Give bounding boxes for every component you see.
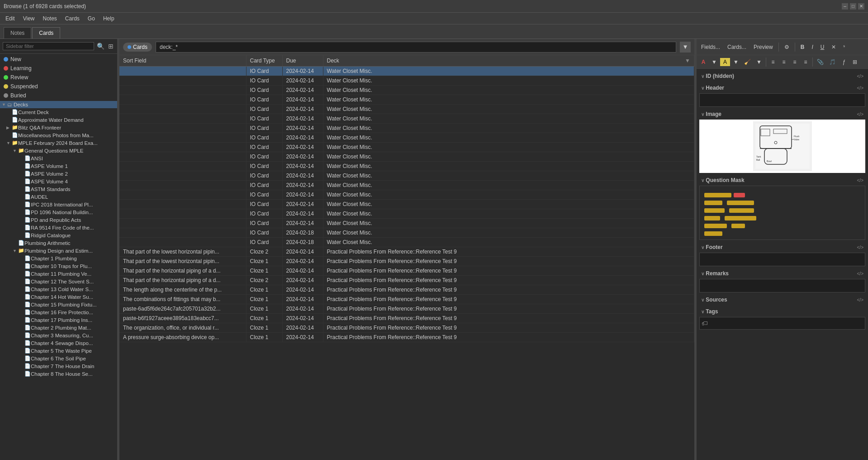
table-row[interactable]: IO Card 2024-02-14 Water Closet Misc.: [119, 209, 694, 219]
deck-tree-item[interactable]: 📄Current Deck: [0, 108, 117, 116]
decks-root[interactable]: ▼ 🗂 Decks: [0, 101, 117, 108]
deck-tree-item[interactable]: 📄ASPE Volume 1: [0, 162, 117, 170]
deck-tree-item[interactable]: 📄Chapter 7 The House Drain: [0, 362, 117, 370]
cards-button[interactable]: Cards...: [725, 43, 749, 52]
font-color-button[interactable]: A: [698, 58, 708, 66]
table-row[interactable]: IO Card 2024-02-14 Water Closet Misc.: [119, 181, 694, 190]
table-row[interactable]: paste-6ad5f6de264c7afc205701a32b2... Clo…: [119, 304, 694, 314]
field-id-code-btn[interactable]: </>: [857, 74, 863, 79]
deck-tree-item[interactable]: 📄Chapter 3 Measuring, Cu...: [0, 331, 117, 339]
field-footer-code-btn[interactable]: </>: [857, 245, 863, 250]
field-header-header[interactable]: ∨ Header </>: [699, 83, 865, 92]
table-row[interactable]: IO Card 2024-02-14 Water Closet Misc.: [119, 143, 694, 152]
deck-tree-item[interactable]: 📄Chapter 11 Plumbing Ve...: [0, 270, 117, 278]
menu-cards[interactable]: Cards: [62, 14, 83, 23]
deck-tree-item[interactable]: 📄IPC 2018 International Pl...: [0, 201, 117, 208]
col-deck[interactable]: Deck ▼: [323, 55, 694, 67]
search-input[interactable]: [156, 42, 676, 53]
field-id-header[interactable]: ∨ ID (hidden) </>: [699, 72, 865, 81]
maximize-button[interactable]: □: [850, 3, 856, 10]
deck-tree-item[interactable]: ▼📁Plumbing Design and Estim...: [0, 247, 117, 254]
table-row[interactable]: IO Card 2024-02-14 Water Closet Misc.: [119, 114, 694, 124]
table-row[interactable]: IO Card 2024-02-14 Water Closet Misc.: [119, 162, 694, 171]
bold-button[interactable]: B: [798, 43, 807, 52]
menu-help[interactable]: Help: [100, 14, 118, 23]
deck-tree-item[interactable]: 📄AUDEL: [0, 193, 117, 201]
deck-tree-item[interactable]: 📄RA 9514 Fire Code of the...: [0, 224, 117, 231]
field-tags-header[interactable]: ∨ Tags: [699, 307, 865, 316]
deck-tree-item[interactable]: 📄Chapter 2 Plumbing Mat...: [0, 324, 117, 331]
deck-tree-item[interactable]: ▼📁General Questions MPLE: [0, 147, 117, 154]
table-row[interactable]: IO Card 2024-02-14 Water Closet Misc.: [119, 124, 694, 133]
menu-view[interactable]: View: [19, 14, 38, 23]
field-image-header[interactable]: ∨ Image </>: [699, 110, 865, 119]
search-icon[interactable]: 🔍: [96, 42, 105, 51]
deck-tree-item[interactable]: 📄Chapter 17 Plumbing Ins...: [0, 316, 117, 324]
table-row[interactable]: IO Card 2024-02-14 Water Closet Misc.: [119, 190, 694, 200]
table-row[interactable]: That part of the lowest horizontal pipin…: [119, 257, 694, 266]
deck-tree-item[interactable]: 📄Chapter 6 The Soil Pipe: [0, 355, 117, 362]
strike-button[interactable]: ✕: [829, 43, 839, 52]
deck-tree-item[interactable]: ▶📁Blitz Q&A Fronteer: [0, 124, 117, 131]
field-tags-content[interactable]: 🏷: [699, 317, 865, 330]
list-ol-button[interactable]: ≡: [779, 58, 789, 66]
super-button[interactable]: ˢ: [840, 43, 848, 52]
col-due[interactable]: Due: [282, 55, 323, 67]
table-row[interactable]: IO Card 2024-02-18 Water Closet Misc.: [119, 228, 694, 238]
deck-tree-item[interactable]: 📄Chapter 8 The House Se...: [0, 370, 117, 378]
table-row[interactable]: The organization, office, or individual …: [119, 323, 694, 333]
table-row[interactable]: IO Card 2024-02-14 Water Closet Misc.: [119, 95, 694, 105]
deck-tree-item[interactable]: 📄PD and Republic Acts: [0, 216, 117, 224]
list-ul-button[interactable]: ≡: [768, 58, 778, 66]
status-buried[interactable]: Buried: [0, 91, 117, 100]
menu-go[interactable]: Go: [84, 14, 99, 23]
sidebar-filter-input[interactable]: [3, 42, 94, 50]
table-row[interactable]: IO Card 2024-02-14 Water Closet Misc.: [119, 86, 694, 95]
table-row[interactable]: That part of the horizontal piping of a …: [119, 276, 694, 285]
close-button[interactable]: ✕: [858, 3, 864, 10]
deck-tree-item[interactable]: 📄Chapter 4 Sewage Dispo...: [0, 339, 117, 347]
indent-button[interactable]: ≡: [790, 58, 800, 66]
deck-tree-item[interactable]: 📄Ridgid Catalogue: [0, 231, 117, 239]
deck-tree-item[interactable]: 📄Chapter 13 Cold Water S...: [0, 285, 117, 293]
table-row[interactable]: IO Card 2024-02-14 Water Closet Misc.: [119, 133, 694, 143]
attach-button[interactable]: 📎: [815, 58, 826, 66]
col-sort-field[interactable]: Sort Field: [119, 55, 246, 67]
table-row[interactable]: A pressure surge-absorbing device op... …: [119, 333, 694, 342]
table-row[interactable]: IO Card 2024-02-14 Water Closet Misc.: [119, 171, 694, 181]
minimize-button[interactable]: –: [842, 3, 848, 10]
field-remarks-content[interactable]: [699, 279, 865, 292]
table-row[interactable]: IO Card 2024-02-14 Water Closet Misc.: [119, 152, 694, 162]
menu-edit[interactable]: Edit: [2, 14, 19, 23]
table-row[interactable]: IO Card 2024-02-14 Water Closet Misc.: [119, 200, 694, 209]
status-suspended[interactable]: Suspended: [0, 82, 117, 91]
tab-cards[interactable]: Cards: [32, 27, 60, 38]
table-button[interactable]: ⊞: [850, 58, 860, 66]
table-row[interactable]: IO Card 2024-02-18 Water Closet Misc.: [119, 238, 694, 247]
fields-button[interactable]: Fields...: [698, 43, 723, 52]
deck-tree-item[interactable]: 📄Chapter 1 Plumbing: [0, 254, 117, 262]
field-sources-header[interactable]: ∨ Sources </>: [699, 295, 865, 304]
formula-button[interactable]: ƒ: [839, 58, 849, 66]
field-footer-content[interactable]: [699, 253, 865, 266]
field-remarks-code-btn[interactable]: </>: [857, 271, 863, 276]
field-remarks-header[interactable]: ∨ Remarks </>: [699, 269, 865, 278]
underline-button[interactable]: U: [818, 43, 827, 52]
table-row[interactable]: That part of the horizontal piping of a …: [119, 266, 694, 276]
deck-tree-item[interactable]: 📄Chapter 12 The Sovent S...: [0, 278, 117, 285]
deck-tree-item[interactable]: 📄Chapter 15 Plumbing Fixtu...: [0, 301, 117, 308]
field-sources-code-btn[interactable]: </>: [857, 297, 863, 302]
table-row[interactable]: paste-b6f1927aceee3895a183eabcc7... Cloz…: [119, 314, 694, 323]
field-header-code-btn[interactable]: </>: [857, 86, 863, 91]
eraser-button[interactable]: 🧹: [742, 58, 753, 66]
search-dropdown-button[interactable]: ▼: [680, 42, 691, 53]
font-color-dropdown[interactable]: ▼: [709, 58, 719, 66]
deck-tree-item[interactable]: 📄ASPE Volume 2: [0, 170, 117, 177]
table-row[interactable]: The combinations of fittings that may b.…: [119, 295, 694, 304]
gear-button[interactable]: ⚙: [782, 43, 792, 52]
field-image-code-btn[interactable]: </>: [857, 112, 863, 117]
audio-button[interactable]: 🎵: [827, 58, 838, 66]
expand-icon[interactable]: ⊞: [107, 42, 114, 51]
deck-tree-item[interactable]: 📄Chapter 14 Hot Water Su...: [0, 293, 117, 301]
col-card-type[interactable]: Card Type: [246, 55, 282, 67]
